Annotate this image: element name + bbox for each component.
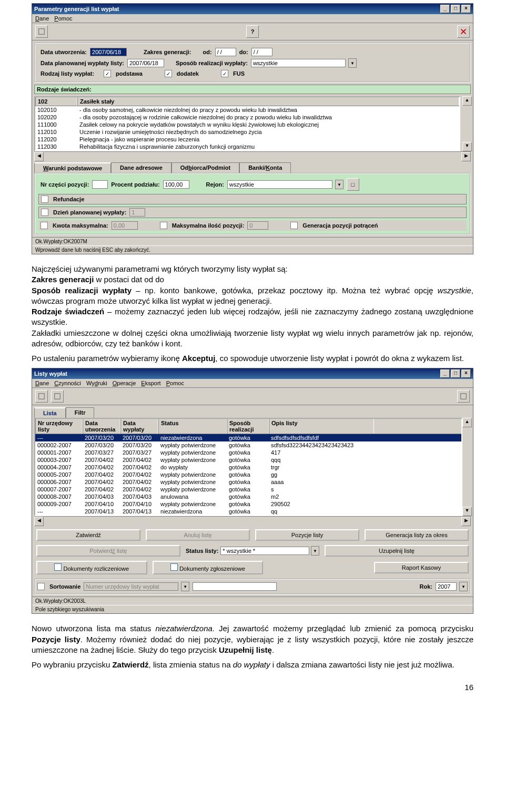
table-row[interactable]: 000004-20072007/04/022007/04/02do wypłat…	[35, 464, 461, 471]
checkbox-kwota[interactable]	[41, 222, 48, 229]
menubar-2[interactable]: Dane Czynności Wydruki Operacje Eksport …	[32, 379, 473, 387]
table-rodzaje[interactable]: 102 Zasiłek stały 102010- dla osoby samo…	[34, 96, 460, 151]
table-row[interactable]: 102010- dla osoby samotnej, całkowicie n…	[35, 106, 459, 114]
checkbox-fus[interactable]: ✓	[221, 70, 228, 77]
scrollbar-v[interactable]: ▲▼	[462, 96, 471, 151]
table-row[interactable]: 112010Uczenie i rozwijanie umiejętności …	[35, 128, 459, 136]
close-button-2[interactable]: ×	[461, 369, 471, 378]
table-row[interactable]: ---2007/04/132007/04/13niezatwierdzonago…	[35, 508, 461, 515]
tab-lista[interactable]: Lista	[34, 407, 66, 418]
dropdown-status[interactable]: ▼	[311, 546, 319, 556]
input-sort-by: Numer urzędowy listy wypłat	[84, 582, 178, 591]
titlebar[interactable]: Parametry generacji list wypłat _ □ ×	[32, 4, 473, 14]
select-status-listy[interactable]: * wszystkie *	[220, 547, 309, 555]
checkbox-podstawa[interactable]: ✓	[104, 70, 111, 77]
input-rok[interactable]: 2007	[436, 582, 457, 591]
table-listy[interactable]: Nr urzędowy listyData utworzeniaData wyp…	[34, 418, 462, 516]
checkbox-gen-potracen[interactable]	[290, 222, 298, 229]
menu-dane[interactable]: Dane	[35, 15, 49, 22]
checkbox-refundacje[interactable]	[41, 196, 48, 203]
checkbox-sortowanie[interactable]	[37, 583, 45, 590]
titlebar-2[interactable]: Listy wypłat _ □ ×	[32, 368, 473, 379]
input-procent[interactable]: 100,00	[163, 180, 189, 189]
tab-dane-adresowe[interactable]: Dane adresowe	[111, 162, 171, 173]
scrollbar-v-2[interactable]: ▲▼	[462, 418, 471, 516]
help-button[interactable]: ?	[246, 25, 259, 38]
input-od[interactable]: / /	[215, 48, 236, 56]
table-row[interactable]: 112020Pielęgnacja - jako wspieranie proc…	[35, 136, 459, 143]
menu-pomoc[interactable]: Pomoc	[54, 15, 72, 22]
menu-czynnosci[interactable]: Czynności	[54, 380, 81, 386]
checkbox-dodatek[interactable]: ✓	[165, 70, 172, 77]
table-row[interactable]: 112030Rehabilitacja fizyczna i usprawnia…	[35, 143, 459, 150]
column-header[interactable]: Opis listy	[269, 419, 374, 434]
checkbox-dzien[interactable]	[41, 209, 48, 216]
menu-operacje[interactable]: Operacje	[113, 380, 136, 386]
toolbar2-btn-2[interactable]	[51, 390, 64, 403]
tab-filtr[interactable]: Filtr	[66, 407, 95, 418]
table-row[interactable]: 111000Zasiłek celowy na pokrycie wydatkó…	[35, 121, 459, 128]
minimize-button[interactable]: _	[440, 5, 450, 13]
menu-eksport[interactable]: Eksport	[141, 380, 160, 386]
input-nr-czesci[interactable]	[92, 180, 108, 189]
select-rejon[interactable]: wszystkie	[227, 180, 332, 189]
label-sposob: Sposób realizacji wypłaty:	[176, 60, 248, 66]
table-row[interactable]: ---2007/03/202007/03/20niezatwierdzonago…	[35, 434, 461, 441]
table-row[interactable]: 000009-20072007/04/102007/04/10wypłaty p…	[35, 500, 461, 508]
table-row[interactable]: 000001-20072007/03/272007/03/27wypłaty p…	[35, 449, 461, 456]
menu-wydruki[interactable]: Wydruki	[86, 380, 107, 386]
scrollbar-h-2[interactable]: ◀▶	[34, 516, 471, 525]
toolbar2-btn-3[interactable]	[457, 390, 470, 403]
table-row[interactable]: 000005-20072007/04/022007/04/02wypłaty p…	[35, 471, 461, 478]
cancel-button[interactable]	[457, 25, 470, 38]
table-row[interactable]: 000007-20072007/04/022007/04/02wypłaty p…	[35, 486, 461, 493]
toolbar2-btn-1[interactable]	[35, 390, 48, 403]
dropdown-rejon[interactable]: ▼	[335, 180, 344, 189]
input-data-utworzenia[interactable]: 2007/06/18	[90, 48, 127, 56]
column-header[interactable]: Status	[158, 419, 227, 434]
close-button[interactable]: ×	[461, 5, 471, 13]
btn-zatwierdz[interactable]: Zatwierdź	[36, 529, 140, 541]
input-maks: 0	[247, 221, 268, 230]
table-row[interactable]: 000008-20072007/04/032007/04/03anulowana…	[35, 493, 461, 500]
btn-anuluj-liste[interactable]: Anuluj listę	[146, 529, 250, 541]
checkbox-maks[interactable]	[160, 222, 167, 229]
label-status-listy: Status listy:	[186, 548, 218, 554]
scrollbar-h[interactable]: ◀▶	[34, 151, 471, 160]
dropdown-rok[interactable]: ▼	[459, 582, 468, 591]
btn-dok-rozliczeniowe[interactable]: Dokumenty rozliczeniowe	[36, 561, 147, 574]
table-row[interactable]: 000002-20072007/03/202007/03/20wypłaty p…	[35, 441, 461, 449]
menu-dane-2[interactable]: Dane	[35, 380, 49, 386]
minimize-button-2[interactable]: _	[440, 369, 450, 378]
column-header[interactable]: Data wypłaty	[120, 419, 158, 434]
input-search[interactable]	[193, 582, 277, 591]
input-do[interactable]: / /	[251, 48, 272, 56]
btn-raport-kasowy[interactable]: Raport Kasowy	[374, 562, 469, 573]
tab-warunki-podstawowe[interactable]: Warunki podstawowe	[34, 162, 111, 173]
paragraph-2: Po ustaleniu parametrów wybieramy ikonę …	[32, 353, 473, 364]
btn-dok-zgloszeniowe[interactable]: Dokumenty zgłoszeniowe	[153, 561, 264, 574]
column-header[interactable]: Sposób realizacji	[227, 419, 269, 434]
tab-odbiorca[interactable]: Odbiorca/Podmiot	[171, 162, 239, 173]
input-dzien: 1	[129, 208, 145, 217]
column-header[interactable]: Data utworzenia	[83, 419, 120, 434]
rejon-extra-button[interactable]: □	[347, 178, 359, 191]
btn-uzupelnij[interactable]: Uzupełnij listę	[325, 545, 469, 557]
btn-potwierdz-liste[interactable]: Potwierdź listę	[36, 545, 180, 557]
table-row[interactable]: 000006-20072007/04/022007/04/02wypłaty p…	[35, 478, 461, 486]
input-data-plan[interactable]: 2007/06/18	[127, 59, 164, 67]
maximize-button-2[interactable]: □	[451, 369, 460, 378]
table-row[interactable]: 102020- dla osoby pozostającej w rodzini…	[35, 114, 459, 121]
btn-pozycje-listy[interactable]: Pozycje listy	[255, 529, 359, 541]
menubar[interactable]: Dane Pomoc	[32, 14, 473, 23]
tab-banki[interactable]: Banki/Konta	[239, 162, 291, 173]
select-sposob[interactable]: wszystkie	[251, 59, 346, 67]
maximize-button[interactable]: □	[451, 5, 460, 13]
dropdown-sort[interactable]: ▼	[181, 582, 189, 591]
table-row[interactable]: 000003-20072007/04/022007/04/02wypłaty p…	[35, 456, 461, 464]
btn-generacja[interactable]: Generacja listy za okres	[365, 529, 469, 541]
column-header[interactable]: Nr urzędowy listy	[35, 419, 83, 434]
dropdown-sposob[interactable]: ▼	[348, 58, 357, 68]
toolbar-btn-1[interactable]	[35, 25, 48, 38]
menu-pomoc-2[interactable]: Pomoc	[166, 380, 184, 386]
